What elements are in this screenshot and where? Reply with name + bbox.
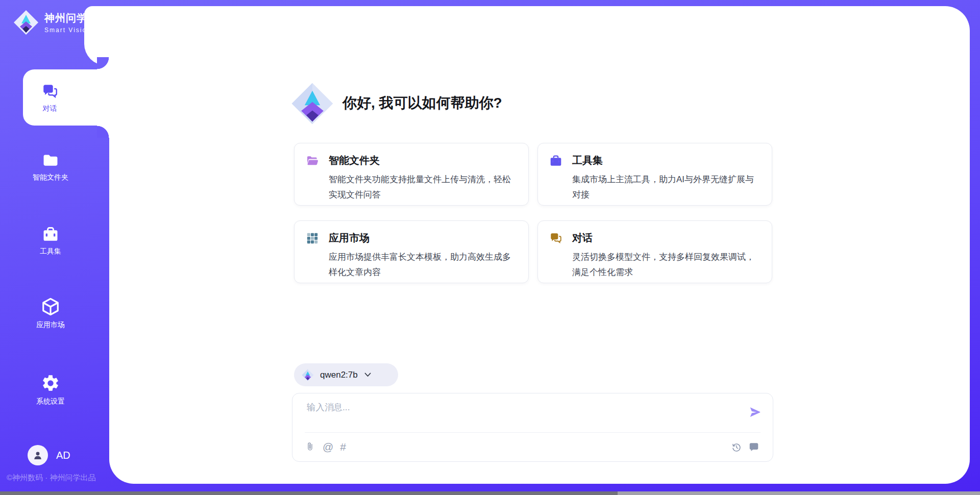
folder-icon <box>42 152 59 169</box>
briefcase-icon <box>549 154 562 167</box>
avatar <box>28 445 48 465</box>
sidebar-item-label: 系统设置 <box>36 398 65 405</box>
sidebar-item-system-settings[interactable]: 系统设置 <box>0 374 109 406</box>
card-head: 智能文件夹 <box>306 154 518 167</box>
card-description: 智能文件夹功能支持批量文件上传与清洗，轻松实现文件问答 <box>329 172 519 203</box>
greeting-heading: 你好, 我可以如何帮助你? <box>342 94 502 112</box>
horizontal-scrollbar[interactable] <box>0 491 980 495</box>
composer-tools-left: @ # <box>305 441 346 453</box>
sidebar: 神州问学 Smart Vision 对话 智能文件夹 工具集 应用市场 系统设置 <box>0 0 109 495</box>
chat-bubbles-icon <box>549 232 562 245</box>
history-icon[interactable] <box>731 442 742 453</box>
feature-card-chat[interactable]: 对话 灵活切换多模型文件，支持多样回复效果调试，满足个性化需求 <box>537 220 772 283</box>
card-title: 应用市场 <box>329 231 370 245</box>
brand-subtitle: Smart Vision <box>44 27 91 34</box>
sidebar-item-app-market[interactable]: 应用市场 <box>0 297 109 330</box>
sidebar-item-label: 工具集 <box>40 247 61 255</box>
cube-icon <box>41 297 60 316</box>
message-input[interactable] <box>307 401 725 428</box>
card-title: 智能文件夹 <box>329 154 380 167</box>
card-head: 对话 <box>549 231 762 245</box>
feature-card-toolset[interactable]: 工具集 集成市场上主流工具，助力AI与外界无缝扩展与对接 <box>537 143 772 206</box>
mention-icon[interactable]: @ <box>323 441 333 453</box>
attachment-icon[interactable] <box>305 441 316 453</box>
briefcase-icon <box>42 226 59 243</box>
tab-curve-top <box>97 57 109 69</box>
brand-title: 神州问学 <box>44 11 91 25</box>
brand-text: 神州问学 Smart Vision <box>44 11 91 34</box>
copyright-text: ©神州数码 · 神州问学出品 <box>7 473 95 483</box>
send-icon[interactable] <box>748 406 762 419</box>
composer-tools-right <box>731 441 760 453</box>
card-title: 工具集 <box>572 154 603 167</box>
model-diamond-icon <box>302 369 314 381</box>
feature-card-smart-folders[interactable]: 智能文件夹 智能文件夹功能支持批量文件上传与清洗，轻松实现文件问答 <box>294 143 529 206</box>
chevron-down-icon <box>364 373 371 377</box>
model-selector[interactable]: qwen2:7b <box>294 363 398 386</box>
brand-logo: 神州问学 Smart Vision <box>13 9 91 36</box>
message-composer: @ # <box>292 393 773 462</box>
card-description: 集成市场上主流工具，助力AI与外界无缝扩展与对接 <box>572 172 763 203</box>
chat-bubble-icon[interactable] <box>748 441 760 453</box>
app-grid-icon <box>306 232 319 245</box>
sidebar-item-toolset[interactable]: 工具集 <box>0 226 109 258</box>
hashtag-icon[interactable]: # <box>340 441 346 453</box>
sidebar-item-chat[interactable]: 对话 <box>23 69 109 126</box>
user-account[interactable]: AD <box>28 445 70 465</box>
sidebar-item-smart-folders[interactable]: 智能文件夹 <box>0 152 109 184</box>
card-title: 对话 <box>572 231 593 245</box>
brand-diamond-icon <box>13 9 39 36</box>
card-description: 应用市场提供丰富长文本模板，助力高效生成多样化文章内容 <box>329 250 519 280</box>
scrollbar-thumb[interactable] <box>0 491 618 495</box>
tab-curve-bottom <box>97 126 109 138</box>
card-head: 工具集 <box>549 154 762 167</box>
feature-cards: 智能文件夹 智能文件夹功能支持批量文件上传与清洗，轻松实现文件问答 工具集 集成… <box>294 143 772 283</box>
sidebar-item-label: 智能文件夹 <box>33 174 68 181</box>
chat-icon <box>41 83 59 100</box>
model-name: qwen2:7b <box>320 370 358 380</box>
card-head: 应用市场 <box>306 231 518 245</box>
feature-card-app-market[interactable]: 应用市场 应用市场提供丰富长文本模板，助力高效生成多样化文章内容 <box>294 220 529 283</box>
composer-toolbar: @ # <box>305 432 760 462</box>
card-description: 灵活切换多模型文件，支持多样回复效果调试，满足个性化需求 <box>572 250 763 280</box>
welcome-diamond-logo <box>291 82 334 125</box>
gear-icon <box>41 374 60 393</box>
user-name: AD <box>56 450 70 461</box>
person-icon <box>32 449 44 461</box>
sidebar-item-label: 对话 <box>43 105 57 112</box>
folder-open-icon <box>306 154 319 167</box>
sidebar-item-label: 应用市场 <box>36 321 65 329</box>
app-window: 神州问学 Smart Vision 对话 智能文件夹 工具集 应用市场 系统设置 <box>0 0 980 495</box>
